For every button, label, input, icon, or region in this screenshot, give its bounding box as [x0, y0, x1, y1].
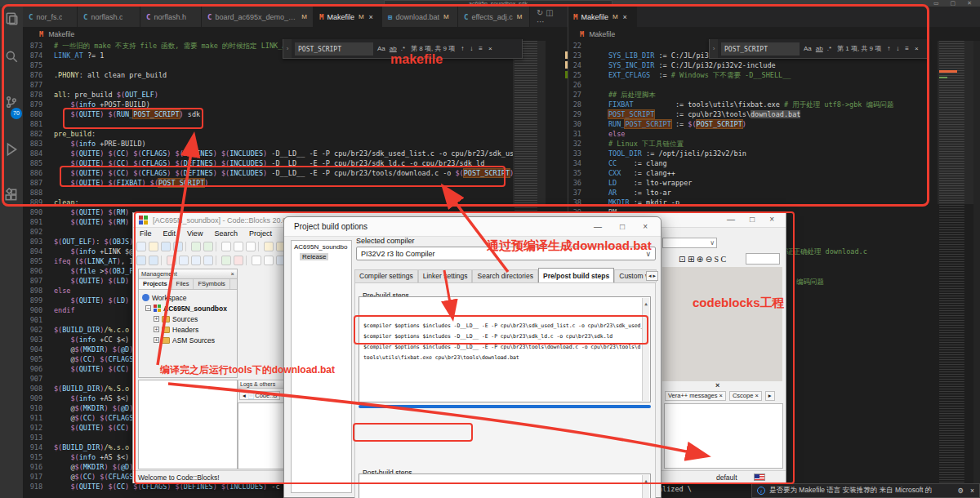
match-case-icon[interactable]: Aa [804, 45, 812, 52]
codeblocks-toolbar-1[interactable] [136, 240, 286, 253]
expander-icon[interactable]: + [154, 337, 159, 343]
find-prev-icon[interactable]: ↑ [887, 45, 890, 52]
close-icon[interactable]: × [970, 487, 974, 495]
find-close-icon[interactable]: × [488, 45, 492, 52]
code-line-30[interactable]: 30RUN_POST_SCRIPT := $(POST_SCRIPT) [568, 119, 931, 129]
codeblocks-window-controls[interactable]: —□× [727, 215, 774, 224]
regex-icon[interactable]: .* [401, 45, 405, 52]
logs-tab-vera++[interactable]: Vera++ messages × [665, 391, 726, 401]
build-target-combo[interactable]: ∨ [662, 238, 717, 248]
tab-board_ac695x_demo_cfg.h[interactable]: Cboard_ac695x_demo_cfg.hM [202, 7, 314, 27]
explorer-icon[interactable] [4, 11, 19, 26]
dialog-tab-compiler-settings[interactable]: Compiler settings [354, 269, 418, 282]
menu-view[interactable]: View [187, 229, 203, 238]
code-line-880[interactable]: 880 $(QUITE) $(RUN_POST_SCRIPT) sdk [23, 109, 546, 119]
expander-icon[interactable]: − [145, 305, 151, 311]
find-in-selection-icon[interactable]: ≡ [479, 45, 483, 52]
minimap-slider[interactable] [938, 41, 973, 204]
code-line-35[interactable]: 35CXX := clang++ [568, 168, 931, 178]
breadcrumb-right[interactable]: M Makefile [580, 27, 615, 41]
menu-search[interactable]: Search [214, 229, 238, 238]
tree-item-ac695n_soundbox[interactable]: −AC695N_soundbox [139, 303, 237, 313]
tree-item-sources[interactable]: +Sources [139, 313, 237, 324]
whole-word-icon[interactable]: ab [390, 45, 397, 52]
search-icon[interactable] [4, 49, 19, 64]
tab-download.bat[interactable]: ⊞download.batM [382, 7, 458, 27]
code-line-888[interactable]: 888 [23, 188, 546, 198]
breadcrumb-left[interactable]: M Makefile [39, 27, 74, 41]
code-line-27[interactable]: 27## 后处理脚本 [568, 90, 931, 100]
logs-tab-cscope[interactable]: Cscope × [729, 391, 762, 401]
dialog-window-controls[interactable]: —□× [594, 222, 648, 231]
codeblocks-zoom-toolbar[interactable]: ⊡ ⊞ ⊕ ⊖ S C [679, 253, 726, 265]
tree-item-asm-sources[interactable]: +ASM Sources [139, 335, 237, 345]
logs-tabs-more[interactable]: ▸ [765, 391, 775, 401]
code-line-29[interactable]: 29POST_SCRIPT := cpu\br23\tools\download… [568, 109, 931, 119]
window-controls[interactable]: ▭ ▢ ✕ [933, 0, 977, 7]
logs-tab-codeblocks[interactable]: ◂ 📄Code::B [239, 391, 280, 400]
code-line-881[interactable]: 881 [23, 119, 546, 129]
code-line-883[interactable]: 883 $(info +PRE-BUILD) [23, 139, 546, 149]
management-tab-projects[interactable]: Projects [139, 279, 172, 289]
codeblocks-editor-area[interactable] [138, 380, 238, 469]
gear-icon[interactable]: ⚙ [957, 487, 964, 495]
find-expand-toggle[interactable]: › [283, 39, 292, 58]
find-close-icon[interactable]: × [915, 45, 919, 52]
dialog-tab-search-directories[interactable]: Search directories [472, 269, 538, 282]
whole-word-icon[interactable]: ab [816, 45, 823, 52]
find-next-icon[interactable]: ↓ [470, 45, 473, 52]
management-tab-fsymbols[interactable]: FSymbols [194, 279, 229, 289]
code-line-36[interactable]: 36LD := lto-wrapper [568, 178, 931, 188]
code-line-885[interactable]: 885 $(QUITE) $(CC) $(CFLAGS) $(DEFINES) … [23, 158, 546, 168]
tab-norflash.c[interactable]: Cnorflash.c [78, 7, 140, 27]
code-line-24[interactable]: 24SYS_INC_DIR := C:/JL/pi32/pi32v2-inclu… [568, 60, 931, 70]
code-line-38[interactable]: 38MKDIR := mkdir -p [568, 198, 931, 207]
editor-scrollbar[interactable] [973, 41, 980, 498]
code-line-889[interactable]: 889clean: [23, 198, 546, 207]
tab-norflash.h[interactable]: Cnorflash.h [140, 7, 202, 27]
minimap-right[interactable] [938, 41, 973, 498]
prebuild-steps-textarea[interactable]: ▲$compiler $options $includes -D__LD__ -… [359, 296, 651, 402]
codeblocks-search-field[interactable] [746, 253, 780, 265]
match-case-icon[interactable]: Aa [377, 45, 385, 52]
regex-icon[interactable]: .* [827, 45, 831, 52]
find-next-icon[interactable]: ↓ [896, 45, 899, 52]
code-line-886[interactable]: 886 $(QUITE) $(CC) $(CFLAGS) $(DEFINES) … [23, 168, 546, 178]
scrollbar[interactable]: ▲ [642, 475, 649, 498]
close-icon[interactable]: × [369, 13, 373, 21]
menu-file[interactable]: File [140, 229, 152, 238]
tab-Makefile[interactable]: MMakefileM× [568, 7, 637, 27]
close-icon[interactable]: × [715, 381, 719, 389]
tree-item-headers[interactable]: +Headers [139, 324, 237, 335]
close-icon[interactable]: × [623, 13, 627, 21]
extensions-icon[interactable] [4, 188, 19, 202]
code-line-32[interactable]: 32# Linux 下工具链位置 [568, 139, 931, 149]
menu-project[interactable]: Project [249, 229, 272, 238]
code-line-26[interactable]: 26 [568, 80, 931, 90]
tree-item-workspace[interactable]: Workspace [139, 292, 237, 303]
find-input[interactable]: POST_SCRIPT [721, 42, 800, 56]
expander-icon[interactable]: + [154, 327, 159, 332]
close-icon[interactable]: × [231, 270, 234, 278]
code-line-33[interactable]: 33TOOL_DIR := /opt/jieli/pi32v2/bin [568, 149, 931, 158]
code-line-876[interactable]: 876.PHONY: all clean pre_build [23, 70, 546, 80]
find-prev-icon[interactable]: ↑ [461, 45, 464, 52]
minimap-slider[interactable] [513, 41, 546, 204]
postbuild-steps-textarea[interactable]: ▲cpu\br23\tools\download.bat sdk [359, 474, 651, 498]
scrollbar[interactable]: ▲ [642, 298, 649, 401]
code-line-34[interactable]: 34CC := clang [568, 158, 931, 168]
find-input[interactable]: POST_SCRIPT [295, 42, 373, 56]
logs-caption[interactable]: Logs & others [238, 380, 287, 389]
code-line-887[interactable]: 887 $(QUITE) $(FIXBAT) $(POST_SCRIPT) [23, 178, 546, 188]
menu-edit[interactable]: Edit [163, 229, 176, 238]
tab-nor_fs.c[interactable]: Cnor_fs.c [23, 7, 78, 27]
code-line-37[interactable]: 37AR := lto-ar [568, 188, 931, 198]
tree-item-project[interactable]: AC695N_soundbo [292, 241, 351, 251]
tab-effects_adj.c[interactable]: Ceffects_adj.cM [458, 7, 530, 27]
notification-toast[interactable]: i 是否要为 Makefile 语言 安装推荐的 来自 Microsoft 的 … [751, 483, 980, 498]
management-tab-files[interactable]: Files [172, 279, 194, 289]
dialog-tab-linker-settings[interactable]: Linker settings [418, 269, 473, 282]
code-line-879[interactable]: 879 $(info +POST-BUILD) [23, 100, 546, 109]
code-line-884[interactable]: 884 $(QUITE) $(CC) $(CFLAGS) $(DEFINES) … [23, 149, 546, 158]
code-line-882[interactable]: 882pre_build: [23, 129, 546, 139]
